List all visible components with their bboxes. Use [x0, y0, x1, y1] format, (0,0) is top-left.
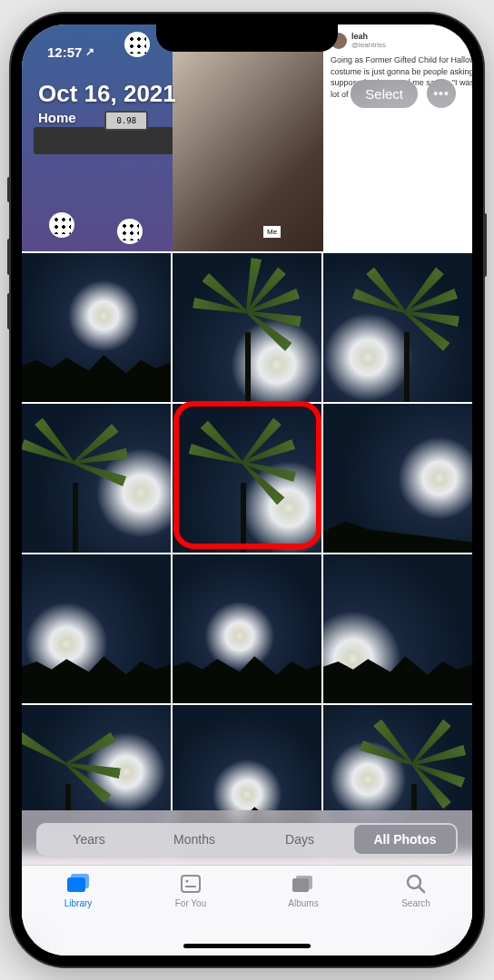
svg-rect-4 — [71, 874, 89, 888]
header: Oct 16, 2021 Select ••• Home — [22, 68, 472, 132]
svg-line-11 — [419, 887, 424, 892]
segment-all-photos[interactable]: All Photos — [354, 825, 456, 854]
svg-rect-7 — [185, 886, 196, 887]
side-buttons-left — [7, 177, 11, 348]
tab-bar: Library For You Albums Search — [22, 865, 472, 956]
wifi-icon — [401, 44, 418, 60]
location-label: Home — [38, 110, 456, 125]
albums-icon — [291, 873, 316, 895]
more-button[interactable]: ••• — [427, 79, 456, 108]
photo-thumbnail[interactable] — [173, 404, 321, 553]
photo-thumbnail[interactable] — [323, 554, 472, 703]
tab-library[interactable]: Library — [22, 873, 134, 956]
foryou-icon — [178, 873, 203, 895]
photo-thumbnail[interactable] — [22, 554, 171, 703]
photo-thumbnail[interactable] — [22, 253, 171, 402]
select-button[interactable]: Select — [351, 80, 418, 108]
svg-rect-9 — [296, 876, 312, 889]
library-icon — [65, 873, 91, 895]
photo-grid: 0.98 People who call instead of text Me … — [22, 24, 472, 854]
date-title: Oct 16, 2021 — [38, 80, 176, 108]
notch — [156, 24, 338, 52]
status-time: 12:57 — [47, 44, 82, 60]
view-segment-control: Years Months Days All Photos — [36, 823, 458, 856]
photo-thumbnail[interactable] — [323, 404, 472, 553]
photo-thumbnail[interactable] — [323, 253, 472, 402]
svg-rect-1 — [425, 48, 441, 54]
search-icon — [403, 873, 429, 895]
battery-icon — [423, 44, 447, 60]
segment-years[interactable]: Years — [38, 825, 140, 854]
segment-days[interactable]: Days — [249, 825, 351, 854]
tab-search[interactable]: Search — [360, 873, 472, 956]
photo-thumbnail[interactable] — [22, 404, 171, 553]
svg-rect-5 — [182, 876, 200, 892]
location-arrow-icon: ↗ — [85, 45, 94, 58]
screen: 12:57 ↗ Oct 16, 2021 Select ••• — [22, 24, 472, 956]
segment-months[interactable]: Months — [143, 825, 245, 854]
photo-thumbnail[interactable] — [173, 253, 321, 402]
home-indicator[interactable] — [183, 944, 311, 948]
photo-thumbnail[interactable] — [173, 554, 321, 703]
side-button-right — [483, 213, 487, 277]
svg-rect-2 — [444, 49, 446, 54]
phone-frame: 12:57 ↗ Oct 16, 2021 Select ••• — [11, 14, 483, 966]
svg-point-6 — [186, 880, 189, 883]
ellipsis-icon: ••• — [433, 86, 450, 101]
